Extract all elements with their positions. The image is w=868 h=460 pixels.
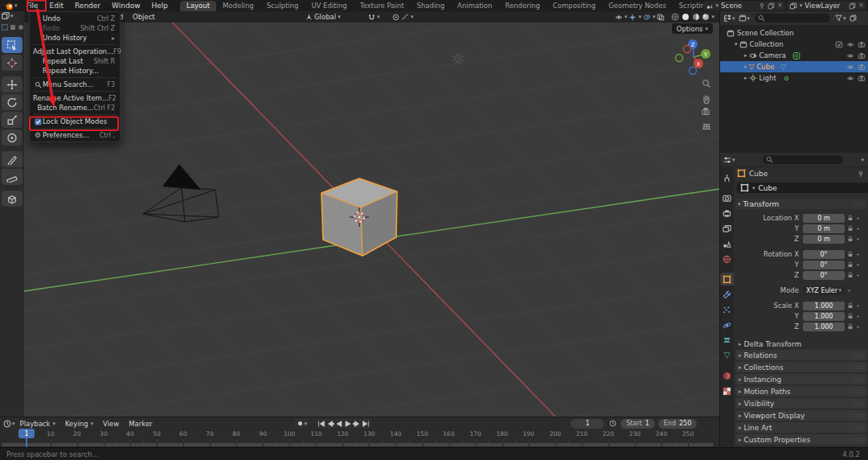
- tool-cursor-button[interactable]: [2, 55, 23, 71]
- prev-keyframe-button[interactable]: [326, 419, 334, 428]
- edit-menu-item-undo[interactable]: UndoCtrl Z: [30, 14, 120, 23]
- properties-tab-modifiers[interactable]: [720, 288, 734, 301]
- value-field[interactable]: 0°: [803, 261, 845, 269]
- viewport-editor-type-button[interactable]: ▾: [2, 12, 14, 20]
- edit-menu-item-undo-history[interactable]: Undo History▸: [30, 33, 120, 43]
- workspace-tab-compositing[interactable]: Compositing: [547, 1, 602, 11]
- overlays-toggle-icon[interactable]: [643, 14, 651, 21]
- mode-dropdown[interactable]: XYZ Euler▾: [803, 286, 845, 295]
- tool-annotate-button[interactable]: [2, 151, 23, 167]
- properties-search-input[interactable]: [763, 155, 843, 164]
- lock-open-icon[interactable]: [847, 261, 854, 268]
- xray-toggle-icon[interactable]: [657, 14, 665, 21]
- menubar-item-window[interactable]: Window: [106, 0, 146, 11]
- section-collections[interactable]: ▸Collections::::: [735, 362, 867, 372]
- tool-scale-button[interactable]: [2, 112, 23, 128]
- eye-icon[interactable]: [846, 52, 854, 60]
- disclosure-closed-icon[interactable]: ▸: [744, 52, 747, 59]
- tool-add-cube-button[interactable]: [2, 191, 23, 207]
- timeline-editor-type[interactable]: ▾: [3, 420, 15, 428]
- section-motion-paths[interactable]: ▸Motion Paths::::: [735, 386, 867, 396]
- drag-handle-icon[interactable]: ::::: [854, 201, 864, 207]
- play-reverse-button[interactable]: [334, 419, 343, 428]
- workspace-tab-layout[interactable]: Layout: [180, 1, 216, 11]
- workspace-tab-texture-paint[interactable]: Texture Paint: [354, 1, 411, 11]
- menubar-item-edit[interactable]: Edit: [44, 0, 69, 11]
- section-viewport-display[interactable]: ▸Viewport Display::::: [735, 410, 867, 421]
- value-field[interactable]: 1.000: [803, 322, 845, 331]
- animate-dot-icon[interactable]: [856, 237, 860, 241]
- view-layer-selector[interactable]: ▾ViewLayer×: [787, 1, 866, 10]
- chevron-down-icon[interactable]: ▾: [861, 157, 864, 163]
- edit-menu-item-repeat-history-[interactable]: Repeat History...: [30, 66, 120, 76]
- playhead-badge[interactable]: 1: [18, 429, 35, 438]
- animate-dot-icon[interactable]: [856, 325, 860, 329]
- outliner-search-input[interactable]: [755, 14, 830, 23]
- viewport-menu-object[interactable]: Object: [133, 11, 155, 23]
- viewport-options-button[interactable]: Options ▾: [672, 23, 713, 34]
- record-button[interactable]: [296, 419, 305, 428]
- zoom-icon[interactable]: [703, 80, 710, 88]
- value-field[interactable]: 0 m: [803, 235, 845, 244]
- object-name-field[interactable]: ▾ Cube: [737, 183, 868, 193]
- tool-move-button[interactable]: [2, 76, 23, 92]
- gizmo-minus-z-axis[interactable]: [690, 68, 697, 75]
- outliner-filter-button[interactable]: ▾: [835, 14, 846, 22]
- animate-dot-icon[interactable]: [856, 253, 860, 257]
- toggle-perspective-icon[interactable]: [702, 125, 710, 129]
- value-field[interactable]: 0 m: [803, 224, 845, 233]
- section-instancing[interactable]: ▸Instancing::::: [735, 374, 867, 384]
- close-icon[interactable]: ×: [777, 2, 783, 9]
- pan-hand-icon[interactable]: [704, 96, 709, 104]
- close-icon[interactable]: ×: [858, 2, 864, 9]
- value-field[interactable]: 0°: [803, 271, 845, 280]
- lock-open-icon[interactable]: [847, 323, 854, 330]
- outliner-row-collection[interactable]: ▾Collection: [720, 39, 868, 50]
- tool-measure-button[interactable]: [2, 169, 23, 185]
- screen-check-icon[interactable]: [835, 41, 843, 48]
- pin-icon[interactable]: [759, 2, 765, 10]
- shading-material-icon[interactable]: [692, 13, 700, 21]
- workspace-tab-modeling[interactable]: Modeling: [216, 1, 260, 11]
- menubar-item-help[interactable]: Help: [146, 0, 174, 11]
- edit-menu-item-preferences-[interactable]: ⚙Preferences...Ctrl ,: [30, 130, 120, 140]
- end-frame-field[interactable]: End250: [658, 419, 697, 429]
- camera-vis-icon[interactable]: [858, 52, 866, 60]
- current-frame-field[interactable]: 1: [571, 419, 604, 429]
- new-scene-icon[interactable]: [768, 2, 775, 10]
- menubar-item-render[interactable]: Render: [69, 0, 106, 11]
- section-visibility[interactable]: ▸Visibility::::: [735, 398, 867, 409]
- workspace-tab-geometry-nodes[interactable]: Geometry Nodes: [602, 1, 673, 11]
- outliner-row-scene-collection[interactable]: Scene Collection: [720, 27, 868, 39]
- new-collection-button[interactable]: [850, 14, 857, 22]
- outliner-row-camera[interactable]: ▸Camera: [720, 50, 868, 61]
- properties-tab-view-layer[interactable]: [720, 222, 734, 235]
- animate-dot-icon[interactable]: [847, 289, 851, 293]
- timeline-menu-playback[interactable]: Playback▾: [15, 418, 60, 429]
- eye-icon[interactable]: [846, 41, 854, 48]
- next-keyframe-button[interactable]: [352, 419, 361, 428]
- disclosure-open-icon[interactable]: ▾: [735, 41, 738, 47]
- disclosure-closed-icon[interactable]: ▸: [744, 64, 747, 70]
- edit-menu-item-repeat-last[interactable]: Repeat LastShift R: [30, 56, 120, 66]
- mode-lasso-icon[interactable]: [18, 24, 24, 31]
- 3d-viewport[interactable]: ZYX ViewSelectAddObjectGlobal▾▾▾▾▾▾▾ Opt…: [24, 11, 719, 417]
- edit-menu-item-batch-rename-[interactable]: Batch Rename...Ctrl F2: [30, 103, 120, 113]
- subpanel-delta-transform[interactable]: ▸Delta Transform: [735, 339, 867, 349]
- jump-start-button[interactable]: [317, 419, 326, 428]
- workspace-tab-animation[interactable]: Animation: [451, 1, 498, 11]
- properties-tab-object-data[interactable]: ▽: [720, 349, 734, 362]
- select-mode-buttons[interactable]: [2, 24, 24, 31]
- gizmos-toggle-icon[interactable]: [628, 14, 637, 21]
- section-line-art[interactable]: ▸Line Art::::: [735, 422, 867, 433]
- outliner-row-light[interactable]: ▸Light: [720, 72, 868, 84]
- object-types-visibility-icon[interactable]: [615, 14, 623, 21]
- timeline-menu-marker[interactable]: Marker: [124, 418, 157, 429]
- lock-open-icon[interactable]: [847, 236, 854, 242]
- outliner-display-mode[interactable]: ▾: [723, 14, 735, 23]
- properties-tab-texture[interactable]: [720, 384, 734, 397]
- properties-tab-physics[interactable]: [720, 318, 734, 331]
- properties-editor-type[interactable]: ▾: [723, 156, 735, 164]
- viewport-scene[interactable]: ZYX: [24, 11, 719, 417]
- edit-menu-item-redo[interactable]: RedoShift Ctrl Z: [30, 23, 120, 33]
